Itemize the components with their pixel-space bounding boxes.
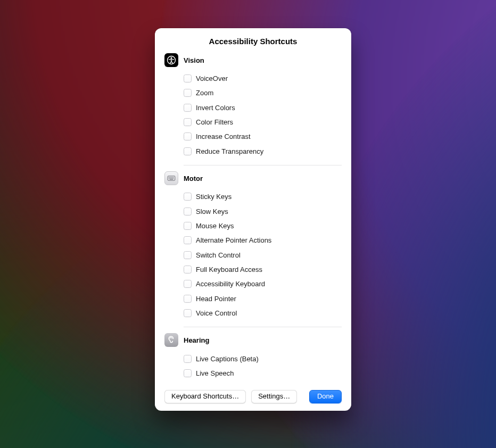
svg-rect-9 — [170, 178, 170, 179]
item-color-filters: Color Filters — [184, 115, 342, 129]
item-invert-colors: Invert Colors — [184, 101, 342, 115]
done-button[interactable]: Done — [309, 390, 342, 403]
keyboard-icon — [164, 171, 178, 185]
item-slow-keys: Slow Keys — [184, 204, 342, 219]
item-live-speech: Live Speech — [184, 366, 342, 380]
checkbox-full-keyboard-access[interactable] — [184, 266, 192, 273]
checkbox-color-filters[interactable] — [184, 118, 192, 126]
item-switch-control: Switch Control — [184, 247, 342, 262]
section-head-vision: Vision — [164, 53, 342, 67]
item-label: Zoom — [196, 89, 213, 97]
svg-rect-5 — [171, 177, 171, 178]
item-label: VoiceOver — [196, 74, 228, 82]
item-voiceover: VoiceOver — [184, 71, 342, 86]
svg-rect-7 — [173, 177, 173, 178]
item-sticky-keys: Sticky Keys — [184, 189, 342, 204]
item-label: Invert Colors — [196, 104, 235, 112]
checkbox-live-speech[interactable] — [184, 369, 192, 377]
item-voice-control: Voice Control — [184, 306, 342, 320]
item-label: Reduce Transparency — [196, 147, 263, 155]
section-title: Motor — [184, 175, 203, 182]
svg-rect-6 — [172, 177, 172, 178]
section-head-hearing: Hearing — [164, 333, 342, 347]
svg-rect-4 — [170, 177, 170, 178]
item-zoom: Zoom — [184, 86, 342, 100]
checkbox-reduce-transparency[interactable] — [184, 147, 192, 155]
checkbox-voice-control[interactable] — [184, 309, 192, 317]
section-title: Hearing — [184, 336, 209, 344]
item-mouse-keys: Mouse Keys — [184, 219, 342, 233]
item-label: Accessibility Keyboard — [196, 280, 265, 288]
section-hearing: Hearing Live Captions (Beta) Live Speech — [164, 333, 342, 380]
item-label: Live Speech — [196, 369, 234, 377]
checkbox-switch-control[interactable] — [184, 251, 192, 259]
section-items-hearing: Live Captions (Beta) Live Speech — [164, 351, 342, 380]
item-label: Switch Control — [196, 251, 241, 259]
divider — [184, 165, 342, 165]
settings-button[interactable]: Settings… — [251, 390, 297, 403]
svg-rect-3 — [169, 177, 169, 178]
svg-rect-12 — [173, 178, 173, 179]
svg-rect-8 — [169, 178, 169, 179]
checkbox-head-pointer[interactable] — [184, 295, 192, 303]
item-label: Alternate Pointer Actions — [196, 236, 271, 244]
item-accessibility-keyboard: Accessibility Keyboard — [184, 277, 342, 291]
checkbox-voiceover[interactable] — [184, 74, 192, 82]
item-head-pointer: Head Pointer — [184, 291, 342, 305]
section-vision: Vision VoiceOver Zoom Invert Colors Colo… — [164, 53, 342, 159]
divider — [184, 327, 342, 327]
item-label: Live Captions (Beta) — [196, 355, 259, 363]
checkbox-zoom[interactable] — [184, 89, 192, 97]
checkbox-live-captions[interactable] — [184, 355, 192, 363]
keyboard-shortcuts-button[interactable]: Keyboard Shortcuts… — [164, 390, 246, 403]
item-label: Head Pointer — [196, 295, 236, 303]
svg-rect-10 — [171, 178, 171, 179]
item-increase-contrast: Increase Contrast — [184, 129, 342, 144]
item-label: Full Keyboard Access — [196, 266, 262, 273]
section-motor: Motor Sticky Keys Slow Keys Mouse Keys A… — [164, 171, 342, 320]
item-alternate-pointer-actions: Alternate Pointer Actions — [184, 233, 342, 247]
panel-footer: Keyboard Shortcuts… Settings… Done — [164, 390, 342, 403]
item-label: Voice Control — [196, 309, 237, 317]
item-label: Increase Contrast — [196, 132, 251, 140]
section-title: Vision — [184, 56, 204, 64]
checkbox-accessibility-keyboard[interactable] — [184, 280, 192, 288]
checkbox-invert-colors[interactable] — [184, 104, 192, 112]
svg-point-1 — [170, 57, 172, 59]
section-items-vision: VoiceOver Zoom Invert Colors Color Filte… — [164, 71, 342, 159]
ear-icon — [164, 333, 178, 347]
svg-rect-13 — [170, 179, 173, 180]
section-items-motor: Sticky Keys Slow Keys Mouse Keys Alterna… — [164, 189, 342, 320]
panel-title: Accessibility Shortcuts — [164, 37, 342, 46]
checkbox-increase-contrast[interactable] — [184, 132, 192, 140]
accessibility-shortcuts-panel: Accessibility Shortcuts Vision VoiceOver… — [155, 28, 351, 411]
section-head-motor: Motor — [164, 171, 342, 185]
svg-rect-11 — [172, 178, 172, 179]
item-reduce-transparency: Reduce Transparency — [184, 144, 342, 158]
accessibility-icon — [164, 53, 178, 67]
checkbox-alternate-pointer-actions[interactable] — [184, 236, 192, 244]
item-label: Slow Keys — [196, 208, 228, 215]
checkbox-slow-keys[interactable] — [184, 208, 192, 215]
checkbox-sticky-keys[interactable] — [184, 193, 192, 201]
item-label: Mouse Keys — [196, 222, 234, 230]
checkbox-mouse-keys[interactable] — [184, 222, 192, 230]
item-label: Sticky Keys — [196, 193, 232, 201]
item-label: Color Filters — [196, 118, 233, 126]
item-full-keyboard-access: Full Keyboard Access — [184, 262, 342, 277]
item-live-captions: Live Captions (Beta) — [184, 351, 342, 366]
